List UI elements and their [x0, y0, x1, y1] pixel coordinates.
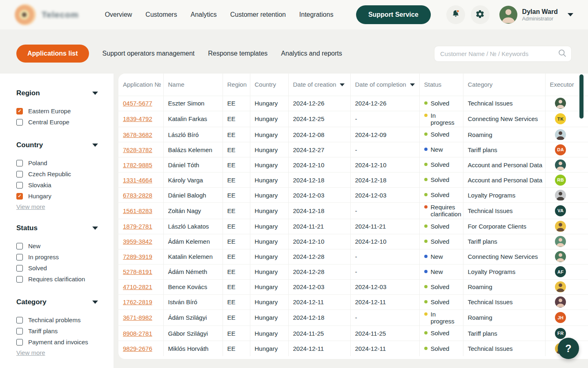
cell-category: Account and Personal Data — [463, 157, 545, 173]
filter-option[interactable]: Czech Republic — [16, 168, 98, 180]
application-link[interactable]: 1782-9885 — [123, 162, 152, 168]
chevron-down-icon[interactable] — [568, 13, 573, 16]
cell-date-of-completion: 2024-12-11 — [350, 341, 419, 356]
checkbox[interactable] — [16, 276, 23, 283]
application-link[interactable]: 3678-3682 — [123, 131, 152, 138]
cell-date-of-completion: 2024-12-03 — [350, 188, 419, 203]
filter-section-header[interactable]: Country — [16, 141, 98, 149]
filter-option-label: Central Europe — [28, 119, 69, 126]
application-link[interactable]: 1879-2781 — [123, 223, 152, 230]
search-icon[interactable] — [558, 49, 566, 59]
filter-option[interactable]: Central Europe — [16, 117, 98, 128]
search-input[interactable] — [440, 50, 558, 57]
application-link[interactable]: 8908-2781 — [123, 330, 152, 337]
tab-support-operators-management[interactable]: Support operators management — [102, 50, 195, 57]
checkbox[interactable] — [16, 317, 23, 323]
checkbox[interactable] — [16, 119, 23, 126]
filter-option[interactable]: Technical problems — [16, 314, 98, 325]
filter-option[interactable]: Tariff plans — [16, 325, 98, 337]
sort-down-icon[interactable] — [410, 83, 415, 86]
application-link[interactable]: 6783-2828 — [123, 192, 152, 199]
nav-item-customer-retention[interactable]: Customer retention — [230, 11, 286, 18]
cell-status: In progress — [419, 310, 463, 326]
chevron-down-icon[interactable] — [92, 144, 98, 147]
chevron-down-icon[interactable] — [92, 301, 98, 304]
tab-analytics-and-reports[interactable]: Analytics and reports — [281, 50, 342, 57]
filter-section-header[interactable]: Region — [16, 89, 98, 97]
user-menu[interactable]: Dylan Ward Administrator — [499, 6, 573, 24]
filter-option[interactable]: Slovakia — [16, 180, 98, 191]
checkbox[interactable] — [16, 171, 23, 177]
cell-country: Hungary — [250, 249, 288, 264]
column-header-date-of-creation[interactable]: Date of creation — [288, 74, 350, 96]
cell-application-no: 1331-4664 — [118, 173, 163, 188]
filter-option[interactable]: Hungary — [16, 191, 98, 202]
filter-option[interactable]: Payment and invoices — [16, 337, 98, 348]
settings-button[interactable] — [471, 5, 490, 24]
table-row: 3959-3842Ádám KelemenEEHungary2024-12-10… — [118, 234, 588, 249]
filter-option[interactable]: Requires clarification — [16, 274, 98, 285]
filter-option[interactable]: Solved — [16, 263, 98, 274]
nav-item-overview[interactable]: Overview — [105, 11, 132, 18]
top-header: Telecom OverviewCustomersAnalyticsCustom… — [0, 0, 588, 29]
checkbox-checked[interactable] — [16, 108, 23, 114]
executor-avatar: AF — [555, 266, 566, 277]
application-link[interactable]: 1762-2819 — [123, 298, 152, 305]
checkbox[interactable] — [16, 182, 23, 188]
view-more-link[interactable]: View more — [16, 349, 45, 356]
application-link[interactable]: 7289-3919 — [123, 253, 152, 260]
cell-application-no: 7289-3919 — [118, 249, 163, 264]
tab-applications-list[interactable]: Applications list — [16, 45, 89, 63]
column-header-date-of-completion[interactable]: Date of completion — [350, 74, 419, 96]
cell-date-of-completion: - — [350, 264, 419, 279]
filter-option[interactable]: Eastern Europe — [16, 105, 98, 117]
checkbox[interactable] — [16, 254, 23, 260]
notifications-button[interactable] — [446, 5, 465, 24]
filter-option[interactable]: Poland — [16, 157, 98, 168]
cell-region: EE — [223, 173, 250, 188]
executor-avatar — [555, 159, 566, 171]
cell-date-of-completion: 2024-11-25 — [350, 326, 419, 341]
nav-item-integrations[interactable]: Integrations — [299, 11, 334, 18]
help-button[interactable]: ? — [558, 338, 579, 359]
filter-option[interactable]: In progress — [16, 251, 98, 263]
application-link[interactable]: 5278-8191 — [123, 268, 152, 275]
tab-response-templates[interactable]: Response templates — [208, 50, 268, 57]
checkbox-checked[interactable] — [16, 193, 23, 200]
table-scrollbar-thumb[interactable] — [579, 74, 584, 119]
checkbox[interactable] — [16, 265, 23, 272]
application-link[interactable]: 7628-3782 — [123, 146, 152, 153]
application-link[interactable]: 4710-2821 — [123, 283, 152, 290]
application-link[interactable]: 9829-2676 — [123, 345, 152, 352]
application-link[interactable]: 1561-8283 — [123, 207, 152, 214]
checkbox[interactable] — [16, 339, 23, 346]
application-link[interactable]: 1331-4664 — [123, 177, 152, 184]
application-link[interactable]: 3671-8982 — [123, 314, 152, 321]
table-row: 1331-4664Károly VargaEEHungary2024-12-18… — [118, 173, 588, 188]
cell-category: Loyalty Programs — [463, 264, 545, 279]
checkbox[interactable] — [16, 243, 23, 249]
filter-section-header[interactable]: Category — [16, 298, 98, 306]
cell-date-of-completion: 2024-11-21 — [350, 219, 419, 234]
application-link[interactable]: 1839-4792 — [123, 115, 152, 122]
sort-down-icon[interactable] — [340, 83, 345, 86]
user-avatar — [499, 6, 517, 24]
view-more-link[interactable]: View more — [16, 203, 45, 210]
application-link[interactable]: 0457-5677 — [123, 100, 152, 107]
filter-option-label: Solved — [28, 265, 47, 272]
status-badge: In progress — [424, 310, 461, 326]
checkbox[interactable] — [16, 160, 23, 166]
chevron-down-icon[interactable] — [92, 92, 98, 95]
chevron-down-icon[interactable] — [92, 227, 98, 230]
filter-section-header[interactable]: Status — [16, 224, 98, 232]
cell-region: EE — [223, 326, 250, 341]
filter-option[interactable]: New — [16, 240, 98, 251]
checkbox[interactable] — [16, 328, 23, 334]
status-badge: Requires clarification — [424, 203, 461, 219]
nav-item-customers[interactable]: Customers — [145, 11, 177, 18]
status-badge: Solved — [424, 175, 461, 184]
nav-item-analytics[interactable]: Analytics — [191, 11, 217, 18]
support-service-button[interactable]: Support Service — [356, 5, 431, 24]
application-link[interactable]: 3959-3842 — [123, 238, 152, 245]
executor-avatar — [499, 6, 517, 24]
